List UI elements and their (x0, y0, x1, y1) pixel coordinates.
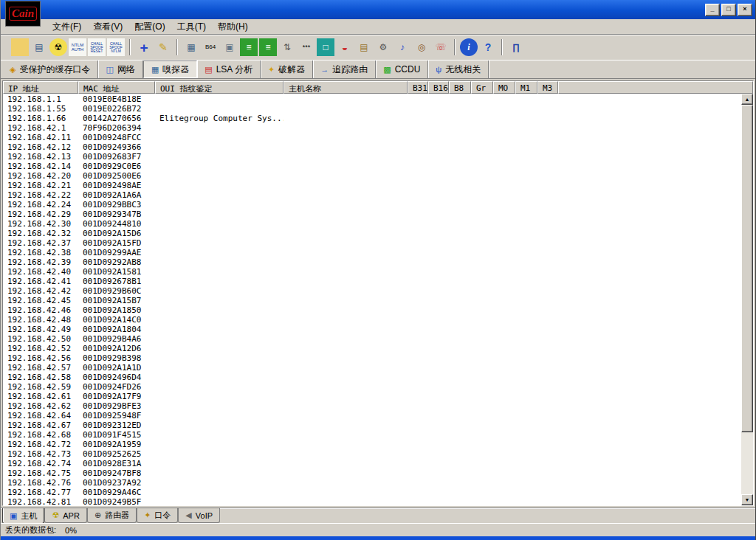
help-icon[interactable]: ? (479, 38, 497, 56)
certificate-icon[interactable]: ▣ (221, 38, 238, 56)
table-row[interactable]: 192.168.42.12 001D09249366 (3, 142, 753, 152)
table-row[interactable]: 192.168.42.64 001D0925948F (3, 411, 753, 420)
remote-desktop-icon[interactable]: □ (317, 38, 334, 56)
scroll-up-icon[interactable]: ▲ (741, 94, 753, 105)
column-header-b8[interactable]: B8 (449, 81, 471, 94)
tab-wireless[interactable]: ψ 无线相关 (428, 60, 489, 78)
start-sniffer-icon[interactable]: ☢ (49, 38, 67, 56)
table-row[interactable]: 192.168.42.11 001D09248FCC (3, 133, 753, 142)
wordlist-icon[interactable]: *** (298, 38, 315, 56)
table-row[interactable]: 192.168.42.57 001D092A1A1D (3, 363, 753, 373)
table-row[interactable]: 192.168.42.72 001D092A1959 (3, 440, 753, 449)
base64-icon[interactable]: B64 (202, 38, 219, 56)
bottom-tab-voip[interactable]: ◀ VoIP (178, 508, 220, 523)
add-to-list-icon[interactable]: + (135, 38, 153, 56)
open-file-icon[interactable] (11, 38, 29, 56)
column-header-m3[interactable]: M3 (537, 81, 558, 94)
bottom-tab-passwords[interactable]: ✦ 口令 (137, 508, 178, 523)
table-row[interactable]: 192.168.42.61 001D092A17F9 (3, 392, 753, 401)
column-header-hostname[interactable]: 主机名称 (284, 81, 408, 94)
query-icon[interactable]: ◎ (413, 38, 430, 56)
table-row[interactable]: 192.168.42.81 001D09249B5F (3, 497, 753, 505)
menu-view[interactable]: 查看(V) (87, 19, 128, 35)
column-header-b31[interactable]: B31 (408, 81, 428, 94)
bottom-tab-apr[interactable]: ☢ APR (44, 508, 87, 523)
chall-spoof-reset-icon[interactable]: CHALL SPOOF RESET (88, 38, 106, 56)
table-row[interactable]: 192.168.42.62 001D0929BFE3 (3, 401, 753, 411)
menu-file[interactable]: 文件(F) (47, 19, 87, 35)
table-row[interactable]: 192.168.42.29 001D0929347B (3, 210, 753, 219)
note-edit-icon[interactable]: ✎ (154, 38, 172, 56)
table-row[interactable]: 192.168.42.13 001D092683F7 (3, 152, 753, 162)
table-row[interactable]: 192.168.42.52 001D092A12D6 (3, 344, 753, 353)
table-row[interactable]: 192.168.42.76 001D09237A92 (3, 478, 753, 488)
table-row[interactable]: 192.168.42.45 001D092A15B7 (3, 296, 753, 305)
cisco-config-icon[interactable]: ◒ (336, 38, 354, 56)
column-header-b16[interactable]: B16 (428, 81, 449, 94)
table-row[interactable]: 192.168.42.40 001D092A1581 (3, 267, 753, 277)
menu-tools[interactable]: 工具(T) (171, 19, 212, 35)
scrollbar-track[interactable] (741, 105, 753, 494)
tab-lsa[interactable]: ▤ LSA 分析 (197, 60, 261, 78)
table-row[interactable]: 192.168.42.37 001D092A15FD (3, 238, 753, 248)
table-row[interactable]: 192.168.42.42 001D0929B60C (3, 286, 753, 296)
arp-spoof-icon[interactable]: ⇅ (278, 38, 296, 56)
bottom-tab-hosts[interactable]: ▣ 主机 (2, 508, 44, 524)
table-row[interactable]: 192.168.42.1 70F96D206394 (3, 123, 753, 133)
table-row[interactable]: 192.168.42.58 001D092496D4 (3, 373, 753, 382)
scroll-down-icon[interactable]: ▼ (741, 494, 753, 505)
exit-icon[interactable]: ∏ (507, 38, 525, 56)
table-row[interactable]: 192.168.42.38 001D09299AAE (3, 248, 753, 257)
tab-network[interactable]: ◫ 网络 (98, 60, 142, 78)
table-row[interactable]: 192.168.42.14 001D0929C0E6 (3, 162, 753, 171)
audio-icon[interactable]: ♪ (394, 38, 411, 56)
table-row[interactable]: 192.168.42.67 001D092312ED (3, 420, 753, 430)
box-upload-icon[interactable]: ▤ (355, 38, 373, 56)
table-row[interactable]: 192.168.42.68 001D091F4515 (3, 430, 753, 440)
export-icon[interactable]: ▤ (30, 38, 48, 56)
table-row[interactable]: 192.168.42.30 001D09244810 (3, 219, 753, 229)
tab-ccdu[interactable]: ▩ CCDU (376, 60, 428, 78)
table-row[interactable]: 192.168.1.1 0019E0E4B18E (3, 94, 753, 104)
menu-configure[interactable]: 配置(O) (128, 19, 171, 35)
table-row[interactable]: 192.168.42.59 001D0924FD26 (3, 382, 753, 392)
table-row[interactable]: 192.168.42.49 001D092A1804 (3, 325, 753, 334)
hash-calculator-icon[interactable]: ≡ (240, 38, 258, 56)
vertical-scrollbar[interactable]: ▲ ▼ (741, 94, 753, 505)
column-header-oui[interactable]: OUI 指纹鉴定 (155, 81, 284, 94)
info-icon[interactable]: i (460, 38, 478, 56)
table-row[interactable]: 192.168.42.22 001D092A1A6A (3, 190, 753, 200)
table-row[interactable]: 192.168.42.20 001D092500E6 (3, 171, 753, 181)
table-row[interactable]: 192.168.42.46 001D092A1850 (3, 305, 753, 315)
column-header-gr[interactable]: Gr (471, 81, 493, 94)
hash-calculator-2-icon[interactable]: ≡ (259, 38, 277, 56)
table-row[interactable]: 192.168.42.21 001D092498AE (3, 181, 753, 190)
table-row[interactable]: 192.168.42.48 001D092A14C0 (3, 315, 753, 325)
table-row[interactable]: 192.168.42.32 001D092A15D6 (3, 229, 753, 238)
table-row[interactable]: 192.168.42.56 001D0929B398 (3, 353, 753, 363)
column-header-m1[interactable]: M1 (515, 81, 537, 94)
close-button[interactable]: × (738, 4, 752, 16)
table-row[interactable]: 192.168.42.39 001D09292AB8 (3, 257, 753, 267)
tab-sniffer[interactable]: ▦ 嗅探器 (143, 60, 197, 78)
tab-traceroute[interactable]: → 追踪路由 (313, 60, 376, 78)
column-header-mo[interactable]: MO (493, 81, 515, 94)
ntlm-auth-icon[interactable]: NTLM AUTH (69, 38, 86, 56)
column-header-mac[interactable]: MAC 地址 (78, 81, 155, 94)
messenger-icon[interactable]: ☏ (432, 38, 450, 56)
minimize-button[interactable]: _ (705, 4, 720, 16)
table-row[interactable]: 192.168.1.66 00142A270656 Elitegroup Com… (3, 114, 753, 123)
table-row[interactable]: 192.168.42.50 001D0929B4A6 (3, 334, 753, 344)
maximize-button[interactable]: □ (721, 4, 736, 16)
table-row[interactable]: 192.168.42.75 001D09247BF8 (3, 468, 753, 478)
table-row[interactable]: 192.168.42.41 001D092678B1 (3, 277, 753, 286)
table-row[interactable]: 192.168.1.55 0019E0226B72 (3, 104, 753, 114)
chall-spoof-ntlm-icon[interactable]: CHALL SPOOF NTLM (107, 38, 125, 56)
tab-cracker[interactable]: ✦ 破解器 (261, 60, 313, 78)
tab-protected-passwords[interactable]: ◈ 受保护的缓存口令 (2, 60, 98, 78)
table-row[interactable]: 192.168.42.73 001D09252625 (3, 449, 753, 459)
network-adapter-icon[interactable]: ▦ (182, 38, 200, 56)
menu-help[interactable]: 帮助(H) (212, 19, 254, 35)
bottom-tab-routing[interactable]: ⊕ 路由器 (87, 508, 137, 523)
table-row[interactable]: 192.168.42.74 001D0928E31A (3, 459, 753, 468)
